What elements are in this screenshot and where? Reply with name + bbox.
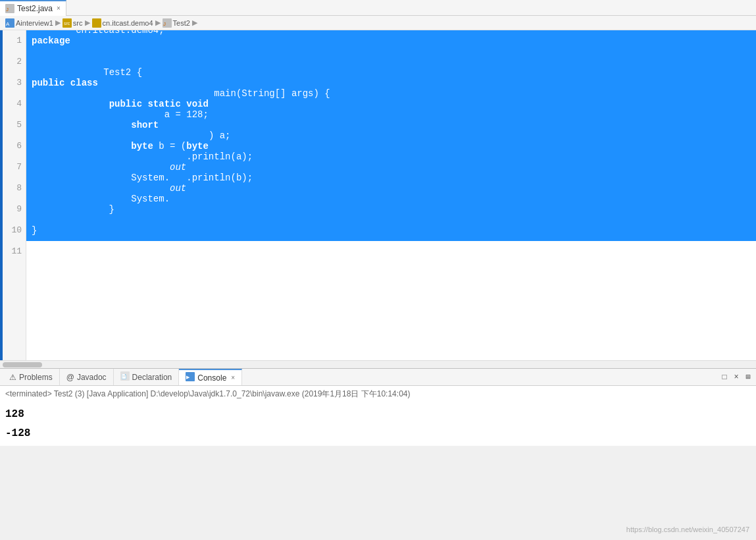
code-line-10[interactable]: } [26,220,756,241]
kw-package: package [32,30,70,51]
tab-label: Test2.java [17,4,53,13]
editor-tab[interactable]: J Test2.java × [0,0,66,16]
tab-problems[interactable]: ⚠ Problems [3,369,60,385]
java-file-icon: J [5,4,14,13]
watermark: https://blog.csdn.net/weixin_40507247 [626,526,749,533]
breadcrumb-part-3[interactable]: cn.itcast.demo4 [103,19,153,27]
class-icon: J [163,18,172,28]
declaration-label: Declaration [132,373,172,382]
svg-text:J: J [163,21,166,27]
svg-text:src: src [64,21,70,26]
out-italic-7: out [170,157,186,178]
tab-bar: J Test2.java × [0,0,756,16]
console-output-area: <terminated> Test2 (3) [Java Application… [0,386,756,446]
code-line-8[interactable]: System.out.println(b); [26,178,756,199]
line-num-8: 8 [0,178,26,199]
code-line-1[interactable]: package cn.itcast.demo4; [26,30,756,51]
panel-action-buttons: □ × ⊞ [719,372,753,383]
breadcrumb-sep-3: ▶ [155,18,161,27]
bottom-tab-bar: ⚠ Problems @ Javadoc 📄 Declaration ▶ Con… [0,369,756,386]
declaration-icon: 📄 [120,371,130,383]
tab-console[interactable]: ▶ Console × [179,369,242,385]
console-output-line-1: 128 [5,405,751,424]
line-numbers: 1 2 3 4 5 6 7 8 9 10 11 [0,30,26,360]
code-content[interactable]: package cn.itcast.demo4; public class Te… [26,30,756,360]
minimize-panel-button[interactable]: □ [719,372,730,383]
line-num-9: 9 [0,199,26,220]
problems-label: Problems [19,373,53,382]
svg-text:📄: 📄 [121,373,127,379]
breadcrumb-sep-1: ▶ [55,18,61,27]
javadoc-label: Javadoc [77,373,107,382]
console-label: Console [197,373,226,383]
breadcrumb-sep-2: ▶ [85,18,90,27]
line-num-1: 1 [0,30,26,51]
svg-text:A: A [6,21,10,27]
out-italic-8: out [170,178,186,199]
line-num-11: 11 [0,241,26,262]
line-num-6: 6 [0,136,26,157]
package-icon [92,18,101,28]
maximize-panel-button[interactable]: ⊞ [743,372,753,383]
problems-icon: ⚠ [9,373,16,382]
breadcrumb-part-1[interactable]: Ainterview1 [16,19,53,27]
console-output-lines: 128 -128 [5,405,751,443]
javadoc-icon: @ [66,373,74,382]
project-icon: A [5,18,14,28]
console-terminated-line: <terminated> Test2 (3) [Java Application… [5,389,751,400]
editor-container: J Test2.java × A Ainterview1 ▶ src src ▶… [0,0,756,369]
line-num-2: 2 [0,51,26,72]
console-icon: ▶ [186,372,195,383]
console-output-line-2: -128 [5,424,751,443]
line-num-10: 10 [0,220,26,241]
code-lines: package cn.itcast.demo4; public class Te… [26,30,756,262]
code-line-11[interactable] [26,241,756,262]
line-num-3: 3 [0,72,26,94]
line-num-4: 4 [0,94,26,115]
breadcrumb-part-4[interactable]: Test2 [173,19,190,27]
bottom-tabs: ⚠ Problems @ Javadoc 📄 Declaration ▶ Con… [3,369,242,385]
kw-short: short [131,115,159,136]
tab-javadoc[interactable]: @ Javadoc [60,369,114,385]
code-line-5[interactable]: short a = 128; [26,115,756,136]
code-area[interactable]: 1 2 3 4 5 6 7 8 9 10 11 package cn.itcas… [0,30,756,360]
breadcrumb-part-2[interactable]: src [73,19,83,27]
left-strip [0,30,3,360]
breadcrumb: A Ainterview1 ▶ src src ▶ cn.itcast.demo… [0,16,756,30]
line-num-7: 7 [0,157,26,178]
tab-declaration[interactable]: 📄 Declaration [114,369,180,385]
svg-rect-6 [92,18,101,28]
code-line-3[interactable]: public class Test2 { [26,72,756,94]
bottom-panel: ⚠ Problems @ Javadoc 📄 Declaration ▶ Con… [0,369,756,446]
tab-close-icon[interactable]: × [57,5,61,12]
scroll-thumb[interactable] [3,362,42,367]
console-close-icon[interactable]: × [231,374,235,381]
src-icon: src [63,18,72,28]
close-panel-button[interactable]: × [731,372,742,383]
svg-text:J: J [6,7,9,13]
line-num-5: 5 [0,115,26,136]
horizontal-scrollbar[interactable] [0,360,756,368]
code-line-4[interactable]: public static void main(String[] args) { [26,94,756,115]
breadcrumb-sep-4: ▶ [192,18,197,27]
